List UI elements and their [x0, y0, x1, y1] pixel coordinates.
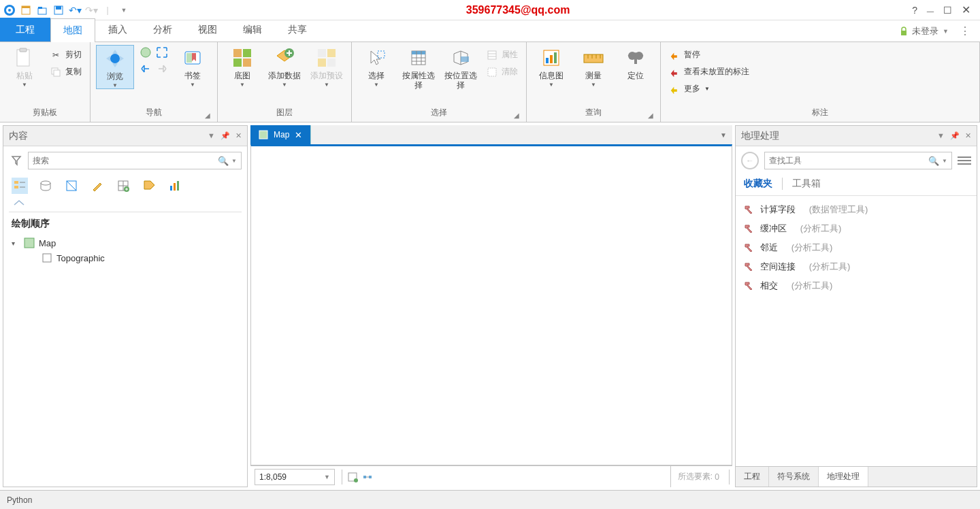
dialog-launcher-query[interactable]: ◢ — [648, 112, 653, 119]
view-unplaced-button[interactable]: 查看未放置的标注 — [666, 65, 752, 79]
tab-analyze[interactable]: 分析 — [140, 18, 185, 42]
tool-item[interactable]: 缓冲区 (分析工具) — [738, 219, 974, 238]
lock-icon — [900, 27, 908, 36]
map-tab[interactable]: Map ✕ — [250, 125, 311, 144]
dropdown-icon[interactable]: ▼ — [208, 131, 215, 140]
search-icon[interactable]: 🔍 — [928, 156, 939, 166]
open-icon[interactable] — [35, 3, 49, 17]
add-preset-button[interactable]: 添加预设▼ — [308, 45, 346, 88]
checkbox-unchecked-icon[interactable] — [42, 252, 52, 263]
prev-extent-icon[interactable] — [138, 61, 153, 76]
paste-button[interactable]: 粘贴▼ — [5, 45, 44, 88]
undo-icon[interactable]: ↶▾ — [68, 3, 82, 17]
python-tab[interactable]: Python — [7, 495, 32, 505]
select-by-attr-button[interactable]: 按属性选择 — [399, 45, 438, 90]
close-icon[interactable]: ✕ — [962, 3, 970, 16]
cut-button[interactable]: ✂剪切 — [48, 48, 84, 62]
tab-insert[interactable]: 插入 — [95, 18, 140, 42]
list-by-chart-icon[interactable] — [167, 178, 183, 194]
login-status[interactable]: 未登录 ▼ ⋮ — [900, 24, 980, 42]
fixed-zoom-in-icon[interactable] — [154, 45, 169, 60]
clear-selection-button[interactable]: 清除 — [484, 65, 521, 79]
close-pane-icon[interactable]: ✕ — [235, 131, 242, 140]
tab-map[interactable]: 地图 — [50, 18, 95, 42]
tab-edit[interactable]: 编辑 — [230, 18, 275, 42]
hammer-icon — [744, 204, 755, 215]
kebab-icon[interactable]: ⋮ — [960, 24, 970, 37]
close-pane-icon[interactable]: ✕ — [965, 131, 971, 140]
add-data-button[interactable]: 添加数据▼ — [265, 45, 304, 88]
attributes-button[interactable]: 属性 — [484, 48, 521, 62]
back-icon[interactable]: ← — [741, 152, 759, 169]
gp-search-input[interactable]: 🔍 ▼ — [764, 152, 952, 169]
tab-share[interactable]: 共享 — [275, 18, 320, 42]
unplaced-icon — [669, 67, 680, 78]
gp-tab-toolbox[interactable]: 工具箱 — [792, 178, 821, 190]
list-by-drawing-order-icon[interactable] — [12, 178, 28, 194]
pin-icon[interactable]: 📌 — [950, 131, 960, 140]
list-by-editing-icon[interactable] — [89, 178, 105, 194]
save-icon[interactable] — [52, 3, 65, 17]
dialog-launcher-select[interactable]: ◢ — [514, 112, 519, 119]
dialog-launcher-nav[interactable]: ◢ — [205, 112, 210, 119]
help-icon[interactable]: ? — [912, 5, 917, 16]
tab-project[interactable]: 工程 — [0, 18, 50, 42]
btab-gp[interactable]: 地理处理 — [819, 467, 868, 487]
constraints-status-icon[interactable] — [360, 470, 375, 485]
copy-button[interactable]: 复制 — [48, 65, 84, 79]
chevron-down-icon[interactable]: ▼ — [231, 158, 237, 164]
list-by-selection-icon[interactable] — [63, 178, 80, 194]
pin-icon[interactable]: 📌 — [220, 131, 230, 140]
hamburger-icon[interactable] — [958, 157, 971, 165]
tab-overflow-icon[interactable]: ▼ — [715, 131, 732, 139]
list-by-source-icon[interactable] — [37, 178, 54, 194]
snapping-status-icon[interactable] — [345, 470, 360, 485]
full-extent-icon[interactable] — [138, 45, 153, 60]
scale-selector[interactable]: 1:8,059▼ — [255, 469, 335, 485]
filter-icon[interactable] — [9, 153, 24, 168]
svg-rect-24 — [327, 49, 336, 57]
login-label: 未登录 — [912, 25, 938, 37]
tree-map-node[interactable]: ▾ Map — [10, 235, 240, 250]
hammer-icon — [744, 223, 755, 234]
pause-labels-button[interactable]: 暂停 — [666, 48, 752, 62]
contents-search-input[interactable]: 🔍 ▼ — [28, 152, 242, 169]
svg-rect-50 — [634, 56, 637, 64]
basemap-button[interactable]: 底图▼ — [223, 45, 261, 88]
search-icon[interactable]: 🔍 — [218, 156, 229, 166]
tool-item[interactable]: 邻近 (分析工具) — [738, 238, 974, 257]
select-button[interactable]: 选择▼ — [357, 45, 395, 88]
tool-item[interactable]: 空间连接 (分析工具) — [738, 257, 974, 276]
maximize-icon[interactable]: ☐ — [943, 5, 952, 16]
minimize-icon[interactable]: _ — [927, 0, 934, 14]
tree-layer-node[interactable]: Topographic — [10, 250, 240, 265]
select-by-loc-button[interactable]: 按位置选择 — [442, 45, 480, 90]
redo-icon[interactable]: ↷▾ — [84, 3, 98, 17]
next-extent-icon[interactable] — [154, 61, 169, 76]
explore-button[interactable]: 浏览▼ — [96, 45, 134, 89]
map-canvas[interactable] — [250, 144, 732, 465]
btab-symbology[interactable]: 符号系统 — [769, 467, 819, 487]
workspace: 内容 ▼ 📌 ✕ 🔍 ▼ 绘制顺序 — [0, 122, 980, 490]
app-icon[interactable] — [3, 3, 16, 17]
more-labels-button[interactable]: 更多 ▼ — [666, 82, 752, 96]
measure-button[interactable]: 测量▼ — [574, 45, 612, 88]
bookmark-button[interactable]: 书签▼ — [174, 45, 212, 88]
gp-tab-favorites[interactable]: 收藏夹 — [744, 178, 772, 190]
tool-item[interactable]: 相交 (分析工具) — [738, 276, 974, 295]
dropdown-icon[interactable]: ▼ — [937, 131, 945, 140]
chevron-down-icon[interactable]: ▼ — [942, 158, 947, 164]
tool-item[interactable]: 计算字段 (数据管理工具) — [738, 200, 974, 219]
tab-view[interactable]: 视图 — [185, 18, 230, 42]
collapse-caret-icon[interactable]: ▾ — [12, 240, 20, 247]
collapse-icon[interactable] — [3, 199, 247, 210]
list-by-snapping-icon[interactable] — [115, 178, 131, 194]
list-by-labeling-icon[interactable] — [141, 178, 157, 194]
infographics-button[interactable]: 信息图▼ — [532, 45, 570, 88]
svg-rect-52 — [14, 186, 18, 188]
locate-button[interactable]: 定位 — [617, 45, 655, 80]
new-icon[interactable] — [19, 3, 33, 17]
close-tab-icon[interactable]: ✕ — [295, 130, 302, 140]
qat-dropdown-icon[interactable]: ▼ — [117, 3, 131, 17]
btab-project[interactable]: 工程 — [736, 467, 769, 487]
